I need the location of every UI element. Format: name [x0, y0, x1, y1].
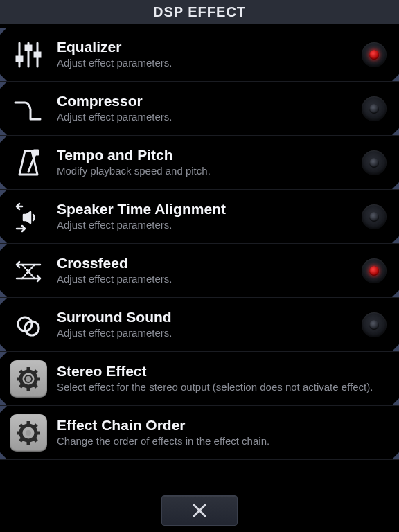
list-item[interactable]: Crossfeed Adjust effect parameters.: [0, 244, 399, 298]
speaker-alignment-icon: [10, 198, 47, 236]
item-title: Compressor: [57, 93, 352, 109]
footer: [0, 488, 399, 532]
gear-icon: [10, 360, 47, 398]
list-item[interactable]: Surround Sound Adjust effect parameters.: [0, 298, 399, 352]
svg-rect-3: [26, 46, 31, 50]
toggle-compressor[interactable]: [362, 96, 387, 121]
page-title: DSP EFFECT: [0, 0, 399, 24]
compressor-icon: [10, 90, 47, 127]
item-subtitle: Adjust effect parameters.: [57, 219, 352, 232]
item-subtitle: Modify playback speed and pitch.: [57, 165, 352, 178]
list-item[interactable]: Effect Chain Order Change the order of e…: [0, 406, 399, 460]
item-title: Crossfeed: [57, 255, 352, 272]
equalizer-icon: [10, 36, 47, 73]
crossfeed-icon: [10, 252, 47, 290]
toggle-speaker-alignment[interactable]: [362, 204, 387, 229]
list-item[interactable]: Compressor Adjust effect parameters.: [0, 82, 399, 136]
toggle-tempo-pitch[interactable]: [362, 150, 387, 175]
svg-rect-7: [34, 150, 38, 154]
item-title: Tempo and Pitch: [57, 147, 352, 163]
item-title: Equalizer: [57, 39, 352, 55]
list-item[interactable]: Equalizer Adjust effect parameters.: [0, 28, 399, 82]
item-subtitle: Change the order of effects in the effec…: [57, 435, 389, 448]
item-subtitle: Adjust effect parameters.: [57, 111, 352, 124]
item-subtitle: Adjust effect parameters.: [57, 327, 352, 340]
item-subtitle: Adjust effect parameters.: [57, 273, 352, 286]
close-button[interactable]: [161, 495, 238, 526]
item-title: Effect Chain Order: [57, 417, 389, 434]
close-icon: [190, 501, 209, 520]
item-title: Stereo Effect: [57, 363, 389, 380]
toggle-crossfeed[interactable]: [362, 258, 387, 283]
effect-list: Equalizer Adjust effect parameters. Comp…: [0, 24, 399, 460]
gear-icon: [10, 414, 47, 452]
svg-point-22: [26, 376, 31, 382]
svg-rect-5: [35, 53, 40, 57]
toggle-surround[interactable]: [362, 312, 387, 337]
list-item[interactable]: Stereo Effect Select effect for the ster…: [0, 352, 399, 406]
svg-rect-1: [17, 57, 22, 61]
surround-icon: [10, 306, 47, 344]
toggle-equalizer[interactable]: [362, 42, 387, 67]
svg-point-32: [26, 430, 31, 436]
metronome-icon: [10, 144, 47, 181]
list-item[interactable]: Tempo and Pitch Modify playback speed an…: [0, 136, 399, 190]
item-title: Surround Sound: [57, 309, 352, 326]
item-title: Speaker Time Alignment: [57, 201, 352, 218]
item-subtitle: Select effect for the stereo output (sel…: [57, 381, 389, 394]
list-item[interactable]: Speaker Time Alignment Adjust effect par…: [0, 190, 399, 244]
item-subtitle: Adjust effect parameters.: [57, 57, 352, 70]
